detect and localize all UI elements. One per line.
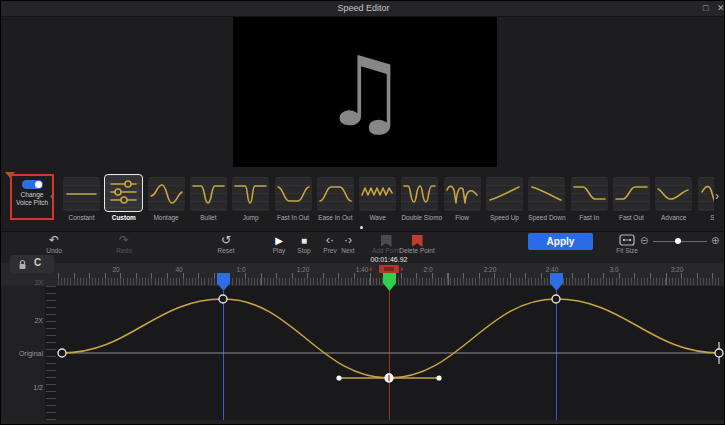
keyframe-point[interactable] — [219, 295, 227, 303]
reset-label: Reset — [218, 247, 235, 254]
preset-label: Flow — [444, 214, 481, 221]
bezier-handle-left[interactable] — [336, 375, 341, 380]
preset-label: Constant — [63, 214, 100, 221]
preset-bullet[interactable]: Bullet — [190, 177, 227, 221]
playhead-time-box[interactable] — [379, 265, 399, 273]
preset-double-slomo[interactable]: Double Slomo — [401, 177, 438, 221]
zoom-in-icon[interactable]: ⊕ — [711, 235, 719, 246]
horizontal-scrollbar-track[interactable] — [1, 420, 725, 425]
redo-button[interactable]: ↷ Redo — [111, 234, 137, 254]
preset-custom-icon — [104, 174, 143, 212]
play-button[interactable]: ▶ Play — [266, 234, 292, 254]
preset-ease-in-out[interactable]: Ease In Out — [317, 177, 354, 221]
ruler-label: 1:20 — [297, 266, 310, 273]
playhead-step-back-icon[interactable]: ‹ — [369, 264, 372, 274]
speed-curve-svg — [1, 286, 725, 425]
preset-constant-icon — [63, 177, 100, 211]
ruler-label: 40 — [175, 266, 182, 273]
preset-jump[interactable]: Jump — [232, 177, 269, 221]
preset-custom[interactable]: Custom — [105, 174, 142, 221]
stop-button[interactable]: ■ Stop — [291, 234, 317, 254]
presets-scroll-right-icon[interactable]: › — [715, 189, 719, 203]
play-icon: ▶ — [266, 234, 292, 247]
stop-icon: ■ — [291, 234, 317, 247]
bezier-handle-right[interactable] — [436, 375, 441, 380]
keyframe-point[interactable] — [58, 349, 66, 357]
preset-label: Fast Out — [613, 214, 650, 221]
preset-show[interactable]: Sho — [698, 177, 715, 221]
add-point-icon — [381, 235, 392, 247]
carousel-page-dot — [360, 226, 363, 229]
lock-icon[interactable] — [18, 259, 27, 270]
preset-speed-up-icon — [486, 177, 523, 211]
preset-fast-out-icon — [613, 177, 650, 211]
undo-icon: ↶ — [41, 234, 67, 247]
preset-flow[interactable]: Flow — [444, 177, 481, 221]
zoom-slider-knob[interactable] — [675, 238, 681, 244]
keyframe-point[interactable] — [552, 295, 560, 303]
preset-fast-out[interactable]: Fast Out — [613, 177, 650, 221]
delete-point-icon — [412, 235, 423, 247]
maximize-icon[interactable]: □ — [703, 3, 708, 14]
preset-fast-in-out-icon — [275, 177, 312, 211]
preset-label: Speed Up — [486, 214, 523, 221]
undo-label: Undo — [46, 247, 62, 254]
change-voice-pitch-box: Change Voice Pitch — [10, 174, 54, 220]
preset-label: Jump — [232, 214, 269, 221]
next-label: Next — [341, 247, 354, 254]
ruler-label: 3:20 — [671, 266, 684, 273]
speed-editor-window: Speed Editor □ ✕ ♫ Change Voice Pitch ‹ … — [0, 0, 725, 425]
preset-wave[interactable]: Wave — [359, 177, 396, 221]
preset-wave-icon — [359, 177, 396, 211]
preset-fast-in-out[interactable]: Fast In Out — [275, 177, 312, 221]
ruler-label: 20 — [112, 266, 119, 273]
presets-scroll-left-icon[interactable]: ‹ — [50, 189, 54, 203]
play-label: Play — [273, 247, 286, 254]
preset-label: Wave — [359, 214, 396, 221]
zoom-out-icon[interactable]: ⊖ — [640, 235, 648, 246]
preset-jump-icon — [232, 177, 269, 211]
fit-size-icon — [619, 234, 635, 247]
preset-ease-in-out-icon — [317, 177, 354, 211]
reset-button[interactable]: ↺ Reset — [213, 234, 239, 254]
curve-mode-icon[interactable]: C — [34, 257, 41, 268]
video-preview: ♫ — [233, 17, 497, 167]
fit-size-label: Fit Size — [616, 247, 638, 254]
preset-advance-icon — [655, 177, 692, 211]
ruler-label: 3:0 — [609, 266, 618, 273]
playhead-step-forward-icon[interactable]: › — [400, 264, 403, 274]
voice-pitch-toggle[interactable] — [22, 180, 43, 189]
ruler-label: 2:40 — [546, 266, 559, 273]
preset-label: Custom — [105, 214, 142, 221]
apply-button[interactable]: Apply — [528, 233, 593, 250]
preset-label: Double Slomo — [401, 214, 438, 221]
preset-label: Sho — [698, 214, 715, 221]
undo-button[interactable]: ↶ Undo — [41, 234, 67, 254]
stop-label: Stop — [297, 247, 310, 254]
next-button[interactable]: ·› Next — [335, 234, 361, 254]
preset-label: Montage — [148, 214, 185, 221]
fit-size-button[interactable]: Fit Size — [613, 234, 641, 254]
preset-constant[interactable]: Constant — [63, 177, 100, 221]
add-point-button[interactable]: Add Point — [370, 234, 402, 254]
preset-speed-up[interactable]: Speed Up — [486, 177, 523, 221]
add-point-label: Add Point — [372, 247, 400, 254]
preset-advance[interactable]: Advance — [655, 177, 692, 221]
preset-montage-icon — [148, 177, 185, 211]
speed-curve[interactable] — [62, 299, 719, 378]
preset-double-slomo-icon — [401, 177, 438, 211]
next-icon: ·› — [335, 234, 361, 247]
ruler-label: 2:20 — [484, 266, 497, 273]
keyframe-point[interactable] — [715, 349, 723, 357]
preset-label: Fast In — [571, 214, 608, 221]
preset-speed-down-icon — [528, 177, 565, 211]
close-icon[interactable]: ✕ — [717, 3, 725, 14]
preset-fast-in-icon — [571, 177, 608, 211]
preset-fast-in[interactable]: Fast In — [571, 177, 608, 221]
toggle-knob — [35, 181, 42, 188]
preset-show-icon — [698, 177, 715, 211]
preset-speed-down[interactable]: Speed Down — [528, 177, 565, 221]
delete-point-button[interactable]: Delete Point — [399, 234, 435, 254]
window-title: Speed Editor — [1, 3, 725, 13]
preset-montage[interactable]: Montage — [148, 177, 185, 221]
